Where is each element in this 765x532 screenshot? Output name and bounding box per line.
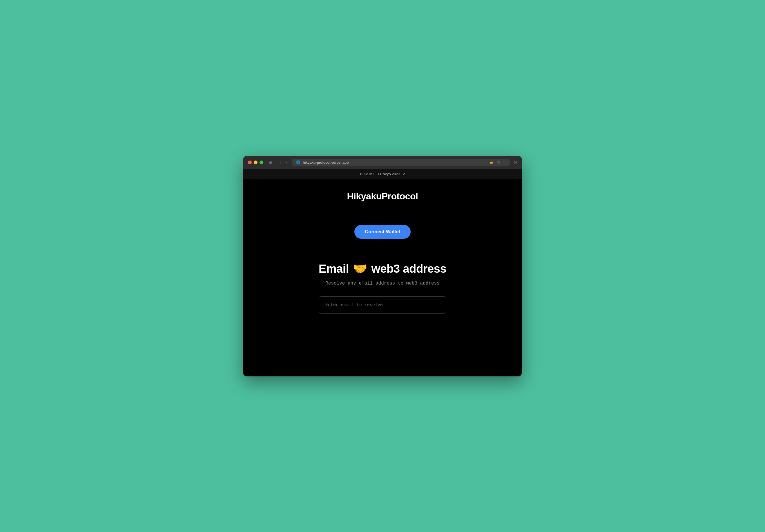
url-text: hikyaku-protocol.vercel.app (303, 160, 487, 164)
browser-chrome: ⊞ › ‹ › 🌐 hikyaku-protocol.vercel.app 🔒 … (243, 156, 522, 169)
maximize-button[interactable] (260, 160, 263, 164)
banner-text: Build in ETHTokyo 2023 (360, 172, 400, 176)
browser-actions: ⊙ (513, 160, 517, 165)
hero-subtitle: Resolve any email address to web3 addres… (319, 281, 446, 286)
hero-title: Email 🤝 web3 address (319, 262, 446, 276)
forward-button[interactable]: › (284, 159, 289, 165)
traffic-lights (248, 160, 263, 164)
hero-title-email: Email (319, 262, 349, 275)
app-content: HikyakuProtocol Connect Wallet Email 🤝 w… (243, 179, 522, 377)
lock-icon: 🔒 (489, 160, 493, 164)
download-icon[interactable]: ⊙ (513, 160, 517, 165)
ethtokyo-banner: Build in ETHTokyo 2023 ↗ (243, 169, 522, 179)
address-bar[interactable]: 🌐 hikyaku-protocol.vercel.app 🔒 ↻ ··· (292, 159, 510, 166)
hero-section: Email 🤝 web3 address Resolve any email a… (319, 262, 446, 314)
minimize-button[interactable] (254, 160, 258, 164)
close-button[interactable] (248, 160, 252, 164)
divider (374, 337, 391, 337)
sidebar-toggle-button[interactable]: ⊞ › (269, 160, 275, 164)
hero-title-web3: web3 address (372, 262, 446, 275)
handshake-emoji: 🤝 (353, 262, 368, 276)
nav-buttons: ‹ › (278, 159, 289, 165)
globe-icon: 🌐 (296, 160, 301, 164)
app-title: HikyakuProtocol (347, 191, 418, 202)
more-options-icon[interactable]: ··· (502, 160, 506, 164)
email-input-container (319, 296, 446, 314)
reload-icon[interactable]: ↻ (497, 160, 500, 164)
external-link-icon: ↗ (402, 172, 405, 176)
window-controls: ⊞ › (269, 160, 275, 164)
connect-wallet-button[interactable]: Connect Wallet (355, 225, 410, 239)
back-button[interactable]: ‹ (278, 159, 283, 165)
email-resolve-input[interactable] (319, 297, 446, 313)
browser-window: ⊞ › ‹ › 🌐 hikyaku-protocol.vercel.app 🔒 … (243, 156, 522, 377)
